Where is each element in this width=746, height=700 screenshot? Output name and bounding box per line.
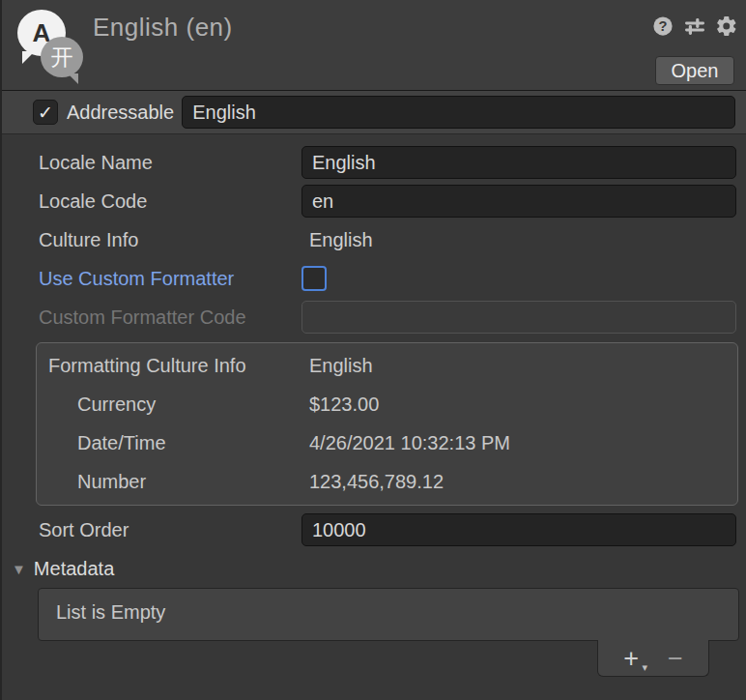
header-icon-group: ? [651, 15, 738, 38]
avatar-cjk: 开 [51, 43, 73, 73]
inspector-header: A 开 English (en) ? [2, 0, 746, 91]
use-custom-formatter-row: Use Custom Formatter [2, 259, 736, 298]
presets-icon[interactable] [683, 15, 706, 38]
plus-icon: + [623, 649, 639, 668]
number-value: 123,456,789.12 [309, 471, 444, 493]
number-row: Number 123,456,789.12 [37, 462, 737, 501]
metadata-label: Metadata [34, 558, 114, 580]
custom-formatter-code-input [301, 301, 736, 334]
addressable-checkbox[interactable]: ✓ [33, 100, 58, 125]
use-custom-formatter-label: Use Custom Formatter [39, 268, 301, 290]
sort-order-row: Sort Order [2, 510, 736, 549]
custom-formatter-code-row: Custom Formatter Code [2, 298, 736, 336]
add-metadata-button[interactable]: + ▾ [623, 649, 639, 668]
formatting-culture-info-value: English [309, 355, 373, 377]
minus-icon: − [668, 649, 683, 668]
datetime-label: Date/Time [48, 432, 309, 454]
locale-name-label: Locale Name [39, 152, 301, 174]
help-icon[interactable]: ? [651, 15, 674, 38]
checkmark-icon: ✓ [38, 102, 53, 124]
addressable-bar: ✓ Addressable [2, 91, 746, 134]
locale-code-row: Locale Code [2, 182, 736, 220]
metadata-list: List is Empty [38, 588, 739, 641]
currency-row: Currency $123.00 [37, 385, 737, 423]
currency-label: Currency [48, 394, 309, 416]
sort-order-input[interactable] [301, 513, 736, 546]
addressable-address-input[interactable] [182, 96, 735, 129]
gear-icon[interactable] [715, 15, 738, 38]
page-title: English (en) [93, 13, 233, 43]
locale-name-row: Locale Name [2, 143, 736, 182]
formatting-preview-box: Formatting Culture Info English Currency… [36, 342, 738, 506]
use-custom-formatter-checkbox[interactable] [301, 266, 327, 291]
currency-value: $123.00 [309, 394, 379, 416]
culture-info-row: Culture Info English [2, 220, 736, 259]
datetime-row: Date/Time 4/26/2021 10:32:13 PM [37, 423, 737, 462]
open-button-label: Open [672, 60, 719, 82]
list-empty-text: List is Empty [56, 601, 165, 623]
speech-bubble-cjk-icon: 开 [41, 37, 83, 77]
metadata-list-footer: + ▾ − [597, 640, 709, 677]
locale-code-label: Locale Code [39, 190, 301, 213]
remove-metadata-button[interactable]: − [668, 649, 683, 668]
foldout-triangle-icon: ▼ [12, 561, 26, 577]
svg-text:?: ? [659, 18, 668, 34]
inspector-body: Locale Name Locale Code Culture Info Eng… [2, 134, 746, 677]
locale-code-input[interactable] [301, 185, 736, 218]
locale-asset-icon: A 开 [15, 6, 85, 81]
locale-name-input[interactable] [301, 146, 736, 179]
inspector-panel: A 开 English (en) ? [0, 0, 746, 700]
formatting-culture-info-row: Formatting Culture Info English [37, 346, 737, 385]
addressable-label: Addressable [67, 102, 174, 124]
add-dropdown-caret-icon: ▾ [642, 661, 647, 674]
number-label: Number [48, 471, 309, 493]
formatting-culture-info-label: Formatting Culture Info [48, 355, 309, 377]
culture-info-value: English [301, 229, 373, 251]
metadata-foldout[interactable]: ▼ Metadata [2, 549, 736, 588]
datetime-value: 4/26/2021 10:32:13 PM [309, 432, 510, 454]
sort-order-label: Sort Order [39, 519, 301, 541]
open-button[interactable]: Open [655, 56, 734, 85]
custom-formatter-code-label: Custom Formatter Code [39, 306, 301, 329]
culture-info-label: Culture Info [39, 229, 301, 251]
